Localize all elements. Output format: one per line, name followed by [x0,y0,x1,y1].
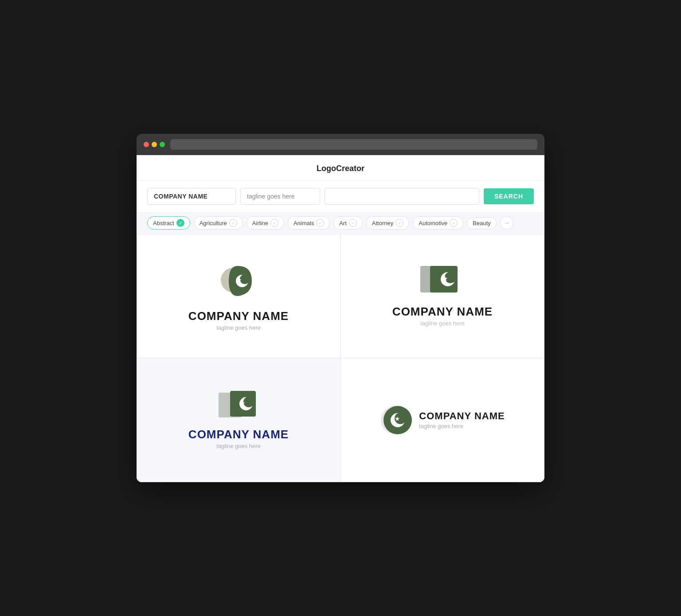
category-agriculture-label: Agriculture [200,220,227,226]
logo-4-wrapper: COMPANY NAME tagline goes here [380,404,505,437]
categories-next-arrow[interactable]: → [500,216,513,230]
logo-1-icon [221,261,256,301]
category-animals-label: Animals [294,220,314,226]
logo-3-company-name: COMPANY NAME [188,429,289,440]
category-automotive-label: Automotive [419,220,447,226]
categories-bar: Abstract ✓ Agriculture ✓ Airline ✓ Anima… [137,212,544,234]
category-automotive[interactable]: Automotive ✓ [413,216,463,230]
dot-yellow[interactable] [152,142,157,147]
search-bar: SEARCH [137,181,544,212]
category-abstract-label: Abstract [153,220,174,226]
tagline-input[interactable] [240,188,320,205]
app-title: LogoCreator [317,164,364,173]
logo-4-text: COMPANY NAME tagline goes here [419,411,505,429]
browser-window: LogoCreator SEARCH Abstract ✓ Agricultur… [137,134,544,482]
logo-card-1[interactable]: COMPANY NAME tagline goes here [137,234,340,358]
logo-3-icon-wrapper [219,391,258,421]
logo-card-2[interactable]: COMPANY NAME tagline goes here [340,234,544,358]
category-attorney[interactable]: Attorney ✓ [366,216,409,230]
logo-3-tagline: tagline goes here [216,443,261,449]
category-airline-check: ✓ [270,219,278,227]
category-airline[interactable]: Airline ✓ [247,216,284,230]
category-art-label: Art [339,220,347,226]
logo-grid: COMPANY NAME tagline goes here [137,234,544,482]
logo-3-icon [219,391,258,420]
browser-dots [144,142,165,147]
category-abstract-check: ✓ [176,219,184,227]
logo-4-icon [380,404,413,437]
logo-card-4[interactable]: COMPANY NAME tagline goes here [340,358,544,482]
company-name-input[interactable] [147,188,236,205]
svg-point-2 [240,274,250,284]
logo-4-icon-container [380,404,413,437]
logo-card-3[interactable]: COMPANY NAME tagline goes here [137,358,340,482]
logo-4-tagline: tagline goes here [419,423,505,429]
dot-red[interactable] [144,142,149,147]
keyword-input[interactable] [325,188,479,205]
category-art-check: ✓ [349,219,357,227]
dot-green[interactable] [160,142,165,147]
category-automotive-check: ✓ [450,219,458,227]
category-beauty-label: Beauty [473,220,490,226]
category-beauty[interactable]: Beauty [467,217,496,229]
logo-4-company-name: COMPANY NAME [419,411,505,421]
category-animals[interactable]: Animals ✓ [288,216,330,230]
logo-2-icon-wrapper [420,266,465,299]
category-agriculture[interactable]: Agriculture ✓ [194,216,243,230]
logo-2-tagline: tagline goes here [420,320,465,327]
logo-2-company-name: COMPANY NAME [392,306,493,317]
category-airline-label: Airline [252,220,268,226]
category-art[interactable]: Art ✓ [333,216,363,230]
app-content: LogoCreator SEARCH Abstract ✓ Agricultur… [137,155,544,482]
category-abstract[interactable]: Abstract ✓ [147,216,190,230]
category-agriculture-check: ✓ [229,219,237,227]
svg-point-12 [243,397,254,407]
category-animals-check: ✓ [316,219,324,227]
search-button[interactable]: SEARCH [484,188,534,204]
url-bar[interactable] [170,139,537,150]
category-attorney-label: Attorney [372,220,393,226]
logo-1-icon-wrapper [221,261,256,303]
app-header: LogoCreator [137,155,544,181]
logo-1-company-name: COMPANY NAME [188,310,289,322]
logo-1-tagline: tagline goes here [216,324,261,331]
logo-2-icon [420,266,465,297]
browser-chrome [137,134,544,155]
svg-point-7 [445,272,456,283]
category-attorney-check: ✓ [395,219,403,227]
